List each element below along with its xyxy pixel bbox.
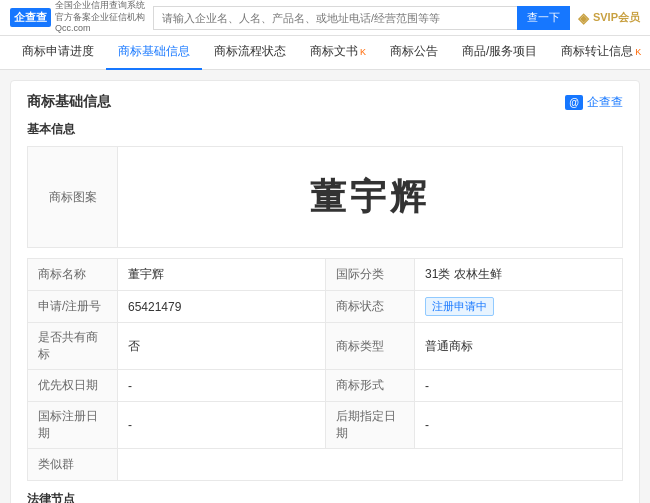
basic-info-subtitle: 基本信息 — [27, 121, 623, 138]
value-trademark-form: - — [415, 370, 622, 401]
tab-trademark-progress[interactable]: 商标申请进度 — [10, 36, 106, 70]
section-header: 商标基础信息 @ 企查查 — [27, 93, 623, 111]
logo-text: 企查查 — [14, 11, 47, 23]
tab-trademark-flow[interactable]: 商标流程状态 — [202, 36, 298, 70]
value-similar-group — [118, 449, 622, 480]
search-button[interactable]: 查一下 — [517, 6, 570, 30]
trademark-image-label: 商标图案 — [28, 147, 118, 247]
legal-title: 法律节点 — [27, 491, 623, 503]
value-trademark-name: 董宇辉 — [118, 259, 325, 290]
value-intl-class: 31类 农林生鲜 — [415, 259, 622, 290]
tab-trademark-transfer[interactable]: 商标转让信息 K — [549, 36, 650, 70]
label-intl-reg-date: 国标注册日期 — [28, 402, 118, 448]
brand-logo-icon: @ — [565, 95, 583, 110]
logo-area: 企查查 全国企业信用查询系统 官方备案企业征信机构 Qcc.com — [10, 0, 145, 35]
table-row: 国标注册日期 - 后期指定日期 - — [28, 402, 622, 449]
label-reg-number: 申请/注册号 — [28, 291, 118, 322]
logo-icon: 企查查 — [10, 8, 51, 27]
tab-trademark-basic[interactable]: 商标基础信息 — [106, 36, 202, 70]
table-row: 是否共有商标 否 商标类型 普通商标 — [28, 323, 622, 370]
section-title: 商标基础信息 — [27, 93, 111, 111]
value-intl-reg-date: - — [118, 402, 325, 448]
label-priority-date: 优先权日期 — [28, 370, 118, 401]
label-trademark-status: 商标状态 — [325, 291, 415, 322]
value-reg-number: 65421479 — [118, 291, 325, 322]
value-shared-trademark: 否 — [118, 323, 325, 369]
trademark-image-row: 商标图案 董宇辉 — [27, 146, 623, 248]
value-later-date: - — [415, 402, 622, 448]
label-trademark-form: 商标形式 — [325, 370, 415, 401]
trademark-image-content: 董宇辉 — [118, 147, 622, 247]
value-priority-date: - — [118, 370, 325, 401]
logo-subtitle: 全国企业信用查询系统 官方备案企业征信机构 Qcc.com — [55, 0, 145, 35]
brand-logo-text: 企查查 — [587, 94, 623, 111]
table-row: 优先权日期 - 商标形式 - — [28, 370, 622, 402]
label-shared-trademark: 是否共有商标 — [28, 323, 118, 369]
header: 企查查 全国企业信用查询系统 官方备案企业征信机构 Qcc.com 查一下 ◈ … — [0, 0, 650, 36]
tab-trademark-notice[interactable]: 商标公告 — [378, 36, 450, 70]
nav-tabs: 商标申请进度 商标基础信息 商标流程状态 商标文书 K 商标公告 商品/服务项目… — [0, 36, 650, 70]
status-badge: 注册申请中 — [425, 297, 494, 316]
info-table: 商标名称 董宇辉 国际分类 31类 农林生鲜 申请/注册号 65421479 商… — [27, 258, 623, 481]
transfer-badge: K — [635, 47, 641, 57]
tab-trademark-goods[interactable]: 商品/服务项目 — [450, 36, 549, 70]
search-area: 查一下 — [153, 6, 570, 30]
value-trademark-status: 注册申请中 — [415, 291, 622, 322]
tab-trademark-docs[interactable]: 商标文书 K — [298, 36, 378, 70]
table-row: 申请/注册号 65421479 商标状态 注册申请中 — [28, 291, 622, 323]
value-trademark-type: 普通商标 — [415, 323, 622, 369]
vip-label: SVIP会员 — [593, 10, 640, 25]
vip-icon: ◈ — [578, 10, 589, 26]
vip-area: ◈ SVIP会员 — [578, 10, 640, 26]
table-row: 商标名称 董宇辉 国际分类 31类 农林生鲜 — [28, 259, 622, 291]
label-intl-class: 国际分类 — [325, 259, 415, 290]
label-later-date: 后期指定日期 — [325, 402, 415, 448]
label-trademark-type: 商标类型 — [325, 323, 415, 369]
label-trademark-name: 商标名称 — [28, 259, 118, 290]
brand-logo: @ 企查查 — [565, 94, 623, 111]
main-content: 商标基础信息 @ 企查查 基本信息 商标图案 董宇辉 商标名称 董宇辉 国际分类… — [10, 80, 640, 503]
legal-section: 法律节点 商标申请日期 2022-06-20 专用权期限 - — [27, 491, 623, 503]
trademark-display-name: 董宇辉 — [310, 173, 430, 222]
label-similar-group: 类似群 — [28, 449, 118, 480]
table-row: 类似群 — [28, 449, 622, 481]
docs-badge: K — [360, 47, 366, 57]
search-input[interactable] — [153, 6, 517, 30]
